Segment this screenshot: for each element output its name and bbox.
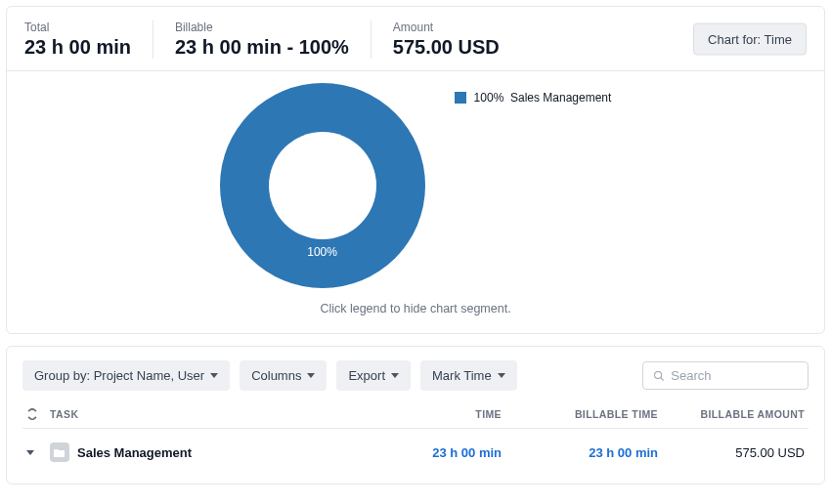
chart-row: 100% 100% Sales Management (24, 83, 807, 288)
col-header-task[interactable]: TASK (50, 408, 345, 420)
legend-name: Sales Management (510, 91, 611, 105)
legend-swatch-icon (455, 92, 466, 104)
table-row[interactable]: Sales Management 23 h 00 min 23 h 00 min… (22, 429, 809, 470)
row-billable-time: 23 h 00 min (502, 445, 658, 460)
table-toolbar: Group by: Project Name, User Columns Exp… (22, 360, 809, 391)
chevron-down-icon (210, 373, 218, 378)
chevron-down-icon (26, 450, 34, 455)
expand-all-icon (26, 408, 38, 420)
columns-button[interactable]: Columns (240, 360, 327, 391)
donut-slice-label: 100% (307, 245, 337, 259)
stat-billable-label: Billable (175, 21, 349, 34)
col-header-billable-time[interactable]: BILLABLE TIME (502, 408, 658, 420)
chevron-down-icon (498, 373, 505, 378)
row-expand-toggle[interactable] (26, 450, 50, 455)
row-task-cell: Sales Management (50, 442, 345, 462)
legend-percent: 100% (474, 91, 504, 105)
row-billable-amount: 575.00 USD (658, 445, 805, 460)
table-card: Group by: Project Name, User Columns Exp… (6, 346, 825, 484)
legend-text: 100% Sales Management (474, 91, 612, 105)
chevron-down-icon (307, 373, 315, 378)
chart-hint: Click legend to hide chart segment. (24, 302, 807, 315)
row-time: 23 h 00 min (345, 445, 502, 460)
stat-total-label: Total (24, 21, 131, 34)
table-header: TASK TIME BILLABLE TIME BILLABLE AMOUNT (22, 391, 809, 429)
group-by-button[interactable]: Group by: Project Name, User (22, 360, 230, 391)
columns-label: Columns (251, 368, 301, 383)
expand-all-button[interactable] (26, 408, 50, 420)
chart-area: 100% 100% Sales Management Click legend … (7, 70, 824, 333)
svg-line-1 (661, 377, 664, 380)
summary-bar: Total 23 h 00 min Billable 23 h 00 min -… (7, 7, 824, 70)
export-button[interactable]: Export (336, 360, 411, 391)
summary-chart-card: Total 23 h 00 min Billable 23 h 00 min -… (6, 6, 825, 334)
search-box[interactable] (642, 361, 809, 390)
stat-total-value: 23 h 00 min (24, 36, 131, 59)
mark-time-button[interactable]: Mark Time (420, 360, 517, 391)
svg-point-0 (655, 371, 662, 378)
search-icon (653, 369, 665, 383)
mark-time-label: Mark Time (432, 368, 492, 383)
group-by-label: Group by: Project Name, User (34, 368, 204, 383)
stat-amount-value: 575.00 USD (393, 36, 500, 59)
stat-billable-value: 23 h 00 min - 100% (175, 36, 349, 59)
chart-for-button[interactable]: Chart for: Time (693, 22, 807, 55)
col-header-time[interactable]: TIME (345, 408, 502, 420)
col-header-billable-amount[interactable]: BILLABLE AMOUNT (658, 408, 805, 420)
chart-legend[interactable]: 100% Sales Management (455, 91, 612, 105)
stat-billable: Billable 23 h 00 min - 100% (175, 21, 372, 59)
export-label: Export (348, 368, 385, 383)
search-input[interactable] (671, 368, 798, 383)
stat-total: Total 23 h 00 min (24, 21, 153, 59)
stat-amount: Amount 575.00 USD (393, 21, 521, 59)
donut-chart: 100% (220, 83, 425, 288)
project-icon (50, 442, 69, 462)
chevron-down-icon (391, 373, 399, 378)
stat-amount-label: Amount (393, 21, 500, 34)
row-task-name: Sales Management (77, 445, 192, 460)
